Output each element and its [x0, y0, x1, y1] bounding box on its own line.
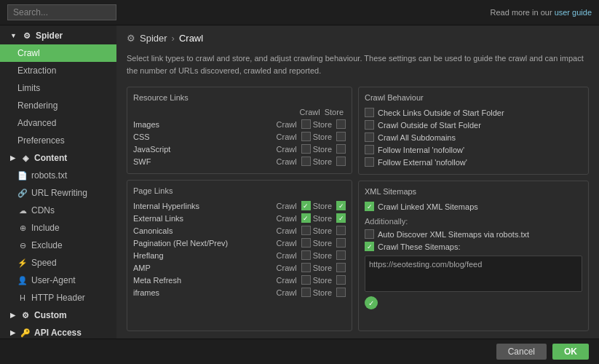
behaviour-row-follow-internal-nofollow: Follow Internal 'nofollow' — [365, 143, 582, 156]
crawl-linked-xml-row: Crawl Linked XML Sitemaps — [365, 200, 582, 213]
custom-icon: ⚙ — [20, 311, 31, 320]
breadcrumb-separator: › — [172, 33, 175, 44]
include-icon: ⊕ — [17, 223, 28, 233]
crawl-these-sitemaps-cb[interactable] — [365, 242, 374, 251]
sidebar-item-content[interactable]: ▶ ◈ Content — [0, 149, 116, 167]
expand-arrow-custom: ▶ — [10, 312, 15, 319]
canonicals-crawl-cb[interactable] — [301, 226, 311, 235]
expand-arrow-content: ▶ — [10, 154, 15, 162]
content-area: ⚙ Spider › Crawl Select link types to cr… — [116, 25, 599, 339]
user-guide-link[interactable]: user guide — [555, 8, 592, 17]
link-icon: 🔗 — [17, 189, 28, 198]
css-crawl-cb[interactable] — [301, 132, 311, 141]
page-row-hreflang: Hreflang Crawl Store — [133, 249, 346, 261]
sidebar-item-rendering[interactable]: Rendering — [0, 97, 116, 114]
additionally-label: Additionally: — [365, 217, 582, 226]
cancel-button[interactable]: Cancel — [496, 344, 547, 360]
breadcrumb-current: Crawl — [179, 33, 203, 44]
expand-arrow-api: ▶ — [10, 329, 15, 336]
sidebar-item-advanced[interactable]: Advanced — [0, 114, 116, 132]
hreflang-crawl-cb[interactable] — [301, 250, 311, 260]
spider-header-icon: ⚙ — [127, 33, 135, 44]
sidebar-item-http-header[interactable]: H HTTP Header — [0, 289, 116, 306]
swf-crawl-cb[interactable] — [301, 157, 311, 166]
sidebar-item-preferences[interactable]: Preferences — [0, 132, 116, 149]
sidebar-item-custom[interactable]: ▶ ⚙ Custom — [0, 306, 116, 324]
top-bar: Read more in our user guide — [0, 0, 599, 25]
left-panels: Resource Links Crawl Store Images Crawl — [127, 87, 352, 331]
sidebar-item-extraction[interactable]: Extraction — [0, 62, 116, 79]
page-row-pagination: Pagination (Rel Next/Prev) Crawl Store — [133, 237, 346, 249]
gear-icon: ⚙ — [22, 31, 32, 41]
page-row-iframes: iframes Crawl Store — [133, 286, 346, 298]
auto-discover-row: Auto Discover XML Sitemaps via robots.tx… — [365, 228, 582, 240]
meta-refresh-crawl-cb[interactable] — [301, 275, 311, 285]
canonicals-store-cb[interactable] — [336, 226, 346, 235]
resource-row-javascript: JavaScript Crawl Store — [133, 143, 346, 155]
check-outside-folder-cb[interactable] — [365, 108, 374, 117]
amp-store-cb[interactable] — [336, 263, 346, 272]
sidebar-item-url-rewriting[interactable]: 🔗 URL Rewriting — [0, 184, 116, 202]
cloud-icon: ☁ — [17, 206, 28, 215]
user-agent-icon: 👤 — [17, 276, 28, 285]
follow-internal-nofollow-cb[interactable] — [365, 145, 374, 154]
page-links-title: Page Links — [133, 186, 346, 195]
amp-crawl-cb[interactable] — [301, 263, 311, 272]
sitemap-status-dot — [365, 296, 378, 309]
crawl-outside-folder-cb[interactable] — [365, 120, 374, 130]
crawl-linked-xml-cb[interactable] — [365, 202, 374, 211]
sidebar-item-cdns[interactable]: ☁ CDNs — [0, 202, 116, 219]
xml-sitemaps-title: XML Sitemaps — [365, 187, 582, 196]
sidebar-item-limits[interactable]: Limits — [0, 79, 116, 97]
page-row-internal: Internal Hyperlinks Crawl Store — [133, 199, 346, 212]
sidebar-item-crawl[interactable]: Crawl — [0, 44, 116, 62]
pagination-crawl-cb[interactable] — [301, 238, 311, 248]
hreflang-store-cb[interactable] — [336, 250, 346, 260]
ok-button[interactable]: OK — [552, 344, 589, 360]
sidebar-item-speed[interactable]: ⚡ Speed — [0, 254, 116, 272]
images-crawl-cb[interactable] — [301, 119, 311, 129]
expand-arrow-spider: ▼ — [10, 32, 17, 39]
search-input[interactable] — [7, 4, 116, 20]
all-subdomains-cb[interactable] — [365, 132, 374, 142]
meta-refresh-store-cb[interactable] — [336, 275, 346, 285]
resource-links-panel: Resource Links Crawl Store Images Crawl — [127, 87, 352, 174]
resource-col-headers: Crawl Store — [133, 106, 346, 118]
js-crawl-cb[interactable] — [301, 144, 311, 154]
resource-row-images: Images Crawl Store — [133, 118, 346, 130]
crawl-behaviour-title: Crawl Behaviour — [365, 93, 582, 102]
js-store-cb[interactable] — [336, 144, 346, 154]
swf-store-cb[interactable] — [336, 157, 346, 166]
sitemap-url-box: https://seotesting.com/blog/feed — [365, 256, 582, 292]
crawl-these-sitemaps-row: Crawl These Sitemaps: — [365, 240, 582, 253]
sidebar-item-include[interactable]: ⊕ Include — [0, 219, 116, 237]
sidebar-item-spider[interactable]: ▼ ⚙ Spider — [0, 27, 116, 44]
page-row-meta-refresh: Meta Refresh Crawl Store — [133, 274, 346, 286]
external-crawl-cb[interactable] — [301, 213, 311, 223]
internal-store-cb[interactable] — [336, 201, 346, 210]
pagination-store-cb[interactable] — [336, 238, 346, 248]
sidebar: ▼ ⚙ Spider Crawl Extraction Limits Rende… — [0, 25, 116, 339]
crawl-behaviour-panel: Crawl Behaviour Check Links Outside of S… — [358, 87, 589, 175]
css-store-cb[interactable] — [336, 132, 346, 141]
internal-crawl-cb[interactable] — [301, 201, 311, 210]
iframes-crawl-cb[interactable] — [301, 288, 311, 297]
http-icon: H — [17, 293, 28, 302]
auto-discover-cb[interactable] — [365, 229, 374, 239]
behaviour-row-all-subdomains: Crawl All Subdomains — [365, 131, 582, 143]
follow-external-nofollow-cb[interactable] — [365, 157, 374, 167]
sidebar-item-user-agent[interactable]: 👤 User-Agent — [0, 272, 116, 289]
external-store-cb[interactable] — [336, 213, 346, 223]
page-links-panel: Page Links Internal Hyperlinks Crawl Sto… — [127, 180, 352, 331]
sidebar-item-exclude[interactable]: ⊖ Exclude — [0, 237, 116, 254]
sidebar-item-robots-txt[interactable]: 📄 robots.txt — [0, 167, 116, 184]
images-store-cb[interactable] — [336, 119, 346, 129]
resource-links-title: Resource Links — [133, 93, 346, 102]
xml-sitemaps-panel: XML Sitemaps Crawl Linked XML Sitemaps A… — [358, 181, 589, 331]
sidebar-item-api-access[interactable]: ▶ 🔑 API Access — [0, 324, 116, 339]
speed-icon: ⚡ — [17, 258, 28, 268]
api-icon: 🔑 — [20, 328, 31, 338]
resource-row-css: CSS Crawl Store — [133, 130, 346, 143]
resource-row-swf: SWF Crawl Store — [133, 155, 346, 167]
iframes-store-cb[interactable] — [336, 288, 346, 297]
